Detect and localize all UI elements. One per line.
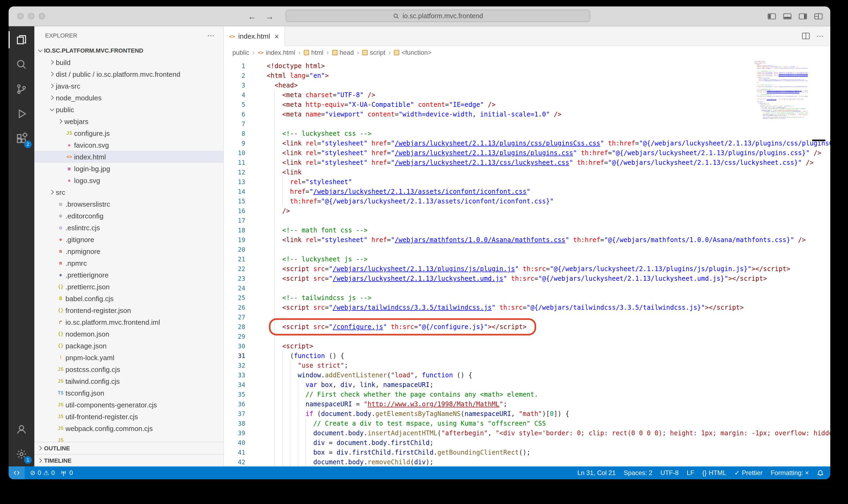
tree-item-package.json[interactable]: {}package.json — [34, 340, 223, 352]
tree-item-babel.config.cjs[interactable]: Bbabel.config.cjs — [34, 292, 223, 304]
command-center[interactable]: io.sc.platform.mvc.frontend — [286, 10, 590, 22]
tree-item-dist / public / io.sc.platform.mvc.frontend[interactable]: dist / public / io.sc.platform.mvc.front… — [34, 68, 223, 80]
project-root-header[interactable]: IO.SC.PLATFORM.MVC.FRONTEND — [34, 44, 223, 56]
tree-item-build[interactable]: build — [34, 56, 223, 68]
code-line[interactable]: 27 — [224, 312, 830, 322]
line-number[interactable]: 26 — [224, 303, 245, 312]
line-number[interactable]: 21 — [224, 254, 245, 264]
indentation[interactable]: Spaces: 2 — [624, 469, 652, 476]
code-line[interactable]: 39 document.body.insertAdjacentHTML("aft… — [224, 428, 830, 438]
customize-layout-icon[interactable] — [814, 13, 823, 20]
code-line[interactable]: 24 — [224, 283, 830, 293]
tree-item-util-components-generator.cjs[interactable]: JSutil-components-generator.cjs — [34, 399, 223, 411]
breadcrumb-item[interactable]: html — [304, 49, 323, 56]
line-number[interactable]: 15 — [224, 196, 245, 206]
breadcrumb-item[interactable]: public — [232, 49, 249, 56]
line-number[interactable]: 41 — [224, 448, 245, 457]
tree-item-configure.js[interactable]: JSconfigure.js — [34, 127, 223, 139]
code-line[interactable]: 26 <script src="/webjars/tailwindcss/3.3… — [224, 303, 830, 312]
tree-item-logo.svg[interactable]: ◈logo.svg — [34, 175, 223, 186]
tree-item-.npmignore[interactable]: n.npmignore — [34, 245, 223, 257]
toggle-secondary-sidebar-icon[interactable] — [799, 13, 807, 20]
tree-item-login-bg.jpg[interactable]: ▣login-bg.jpg — [34, 163, 223, 175]
tree-item-postcss.config.cjs[interactable]: JSpostcss.config.cjs — [34, 363, 223, 375]
code-line[interactable]: 18 <!-- math font css --> — [224, 226, 830, 235]
source-control-icon[interactable] — [8, 77, 34, 102]
line-number[interactable]: 42 — [224, 457, 245, 466]
code-line[interactable]: 23 <script src="/webjars/luckysheet/2.1.… — [224, 274, 830, 283]
line-number[interactable]: 5 — [224, 100, 245, 109]
line-number[interactable]: 23 — [224, 274, 245, 283]
tree-item-index.html[interactable]: <>index.html — [34, 151, 223, 163]
encoding[interactable]: UTF-8 — [661, 469, 679, 476]
line-number[interactable]: 40 — [224, 438, 245, 448]
line-number[interactable]: 4 — [224, 90, 245, 100]
explorer-icon[interactable] — [8, 28, 34, 52]
tree-item-.npmrc[interactable]: n.npmrc — [34, 257, 223, 269]
settings-gear-icon[interactable]: 1 — [8, 442, 34, 466]
tree-item-.prettierignore[interactable]: ◆.prettierignore — [34, 269, 223, 281]
language-mode[interactable]: {} HTML — [702, 469, 726, 476]
code-line[interactable]: 30 <script> — [224, 341, 830, 351]
line-number[interactable]: 28 — [224, 322, 245, 332]
tree-item-nodemon.json[interactable]: {}nodemon.json — [34, 328, 223, 340]
code-line[interactable]: 34 var box, div, link, namespaceURI; — [224, 380, 830, 390]
code-line[interactable]: 10 <link rel="stylesheet" href="/webjars… — [224, 148, 830, 158]
tree-item-io.sc.platform.mvc.frontend.iml[interactable]: ↱io.sc.platform.mvc.frontend.iml — [34, 316, 223, 328]
tree-item-.editorconfig[interactable]: ⚙.editorconfig — [34, 210, 223, 222]
toggle-sidebar-icon[interactable] — [768, 13, 776, 20]
tab-index-html[interactable]: <> index.html × — [224, 26, 285, 46]
line-number[interactable]: 18 — [224, 226, 245, 235]
line-number[interactable]: 33 — [224, 370, 245, 380]
code-line[interactable]: 21 <!-- luckysheet js --> — [224, 254, 830, 264]
tree-item-java-src[interactable]: java-src — [34, 80, 223, 92]
run-debug-icon[interactable] — [8, 102, 34, 126]
split-editor-icon[interactable] — [802, 32, 810, 40]
line-number[interactable]: 13 — [224, 177, 245, 187]
eol-sequence[interactable]: LF — [687, 469, 694, 476]
code-line[interactable]: 32 "use strict"; — [224, 361, 830, 370]
code-line[interactable]: 16 /> — [224, 206, 830, 216]
line-number[interactable]: 24 — [224, 283, 245, 293]
extensions-icon[interactable]: 2 — [8, 126, 34, 151]
code-line[interactable]: 14 href="/webjars/luckysheet/2.1.13/asse… — [224, 187, 830, 196]
code-line[interactable]: 15 th:href="@{/webjars/luckysheet/2.1.13… — [224, 196, 830, 206]
code-line[interactable]: 7 — [224, 119, 830, 129]
tree-item-node_modules[interactable]: node_modules — [34, 92, 223, 104]
line-number[interactable]: 25 — [224, 293, 245, 303]
line-number[interactable]: 20 — [224, 245, 245, 254]
tree-item-.eslintrc.cjs[interactable]: ◎.eslintrc.cjs — [34, 222, 223, 233]
code-line[interactable]: 8 <!-- luckysheet css --> — [224, 129, 830, 139]
line-number[interactable]: 8 — [224, 129, 245, 139]
code-line[interactable]: 41 box = div.firstChild.firstChild.getBo… — [224, 448, 830, 457]
code-line[interactable]: 17 — [224, 216, 830, 226]
line-number[interactable]: 2 — [224, 71, 245, 80]
tree-item-.browserslistrc[interactable]: ▤.browserslistrc — [34, 198, 223, 210]
code-line[interactable]: 28 <script src="/configure.js" th:src="@… — [224, 322, 830, 332]
line-number[interactable]: 6 — [224, 109, 245, 119]
problems-status[interactable]: ⊘ 0 ⚠ 0 — [30, 469, 55, 476]
line-number[interactable]: 12 — [224, 167, 245, 177]
tree-item-tailwind.config.cjs[interactable]: JStailwind.config.cjs — [34, 375, 223, 387]
timeline-section-header[interactable]: TIMELINE — [34, 454, 223, 466]
code-line[interactable]: 38 // Create a div to test mspace, using… — [224, 419, 830, 428]
forward-button[interactable]: → — [266, 12, 274, 21]
code-line[interactable]: 1<!doctype html> — [224, 61, 830, 71]
tree-item-pnpm-lock.yaml[interactable]: !pnpm-lock.yaml — [34, 352, 223, 363]
code-line[interactable]: 29 — [224, 332, 830, 341]
code-line[interactable]: 22 <script src="/webjars/luckysheet/2.1.… — [224, 264, 830, 274]
tree-item-frontend-register.json[interactable]: {}frontend-register.json — [34, 304, 223, 316]
tree-item-public[interactable]: public — [34, 104, 223, 115]
tree-item-tsconfig.json[interactable]: TStsconfig.json — [34, 387, 223, 399]
line-number[interactable]: 35 — [224, 390, 245, 399]
line-number[interactable]: 7 — [224, 119, 245, 129]
line-number[interactable]: 37 — [224, 409, 245, 419]
breadcrumb-item[interactable]: script — [363, 49, 385, 56]
code-line[interactable]: 33 window.addEventListener("load", funct… — [224, 370, 830, 380]
code-line[interactable]: 4 <meta charset="UTF-8" /> — [224, 90, 830, 100]
code-line[interactable]: 25 <!-- tailwindcss js --> — [224, 293, 830, 303]
tree-item-webjars[interactable]: webjars — [34, 115, 223, 127]
line-number[interactable]: 38 — [224, 419, 245, 428]
tree-item-webpack.config.common.cjs[interactable]: JSwebpack.config.common.cjs — [34, 422, 223, 434]
line-number[interactable]: 39 — [224, 428, 245, 438]
